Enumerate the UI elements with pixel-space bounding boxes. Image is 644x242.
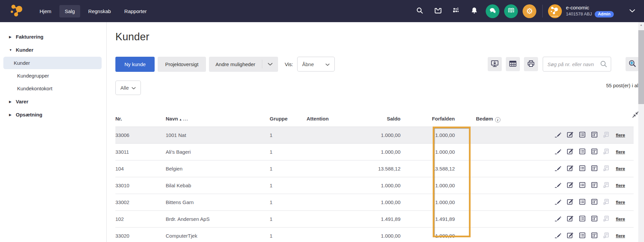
- company-avatar[interactable]: conomic: [548, 4, 562, 18]
- filter-row: Alle 55 post(er) i alt: [115, 81, 640, 95]
- sidebar-item-kundekontokort[interactable]: Kundekontokort: [3, 82, 102, 95]
- invoice-list-button[interactable]: [579, 232, 586, 240]
- header-attention[interactable]: Attention: [307, 116, 357, 127]
- edit-square-icon: [567, 131, 574, 139]
- flere-link[interactable]: flere: [616, 166, 625, 171]
- table-row[interactable]: 33010 Bilal Kebab 1 1.000,00 1.000,00: [115, 177, 634, 194]
- notifications-button[interactable]: [468, 4, 481, 18]
- column-options[interactable]: ...: [183, 116, 189, 122]
- search-input[interactable]: [543, 57, 611, 71]
- account-card-button[interactable]: [591, 232, 598, 240]
- header-bedom[interactable]: Bedømi: [471, 116, 504, 127]
- sidebar-group-fakturering[interactable]: ▶ Fakturering: [0, 30, 106, 43]
- quick-edit-button[interactable]: [555, 182, 561, 189]
- info-icon[interactable]: i: [495, 117, 500, 123]
- forfalden-value: 1.000,00: [435, 199, 455, 205]
- export-button[interactable]: [488, 57, 502, 71]
- group-filter-select[interactable]: Alle: [115, 81, 141, 95]
- customer-number: 33020: [115, 233, 129, 239]
- header-navn[interactable]: Navn▲...: [166, 116, 270, 127]
- table-row[interactable]: 102 Brdr. Andersen ApS 1 1.491,89 1.491,…: [115, 210, 634, 227]
- chevron-down-icon[interactable]: [262, 60, 278, 68]
- header-gruppe[interactable]: Gruppe: [270, 116, 307, 127]
- edit-form-button[interactable]: [567, 232, 574, 240]
- profile-info[interactable]: e-conomic 1401578 ABJ Admin: [566, 5, 614, 17]
- invoice-list-button[interactable]: [579, 182, 586, 189]
- invoice-list-button[interactable]: [579, 148, 586, 156]
- nav-hjem[interactable]: Hjem: [34, 5, 57, 17]
- quick-edit-button[interactable]: [555, 232, 561, 240]
- header-forfalden[interactable]: Forfalden: [400, 116, 471, 127]
- account-card-button[interactable]: [591, 148, 598, 156]
- inbox-button[interactable]: [431, 4, 445, 18]
- table-row[interactable]: 33002 Bittens Garn 1 1.000,00 1.000,00: [115, 194, 634, 210]
- nav-salg[interactable]: Salg: [59, 5, 80, 17]
- profile-company: e-conomic: [566, 5, 614, 11]
- apps-button[interactable]: [449, 4, 463, 18]
- table-row[interactable]: 33020 ComputerTjek 1 1.000,00 1.000,00: [115, 227, 634, 242]
- flere-link[interactable]: flere: [616, 216, 625, 222]
- quick-edit-button[interactable]: [555, 165, 561, 173]
- vis-select[interactable]: Åbne: [297, 57, 335, 71]
- nav-regnskab[interactable]: Regnskab: [83, 5, 116, 17]
- print-button[interactable]: [524, 57, 538, 71]
- other-options-button[interactable]: Andre muligheder: [209, 57, 278, 72]
- quick-edit-button[interactable]: [555, 148, 561, 156]
- flere-link[interactable]: flere: [616, 233, 625, 238]
- invoice-list-button[interactable]: [579, 215, 586, 223]
- flere-link[interactable]: flere: [616, 200, 625, 205]
- invoice-list-button[interactable]: [579, 165, 586, 173]
- customer-name: Brdr. Andersen ApS: [166, 216, 210, 222]
- customer-name: Bittens Garn: [166, 199, 194, 205]
- saldo-value: 13.588,12: [378, 166, 400, 172]
- edit-form-button[interactable]: [567, 148, 574, 156]
- invoice-list-button[interactable]: [579, 198, 586, 206]
- sidebar-group-kunder[interactable]: ▼ Kunder: [0, 43, 106, 56]
- table-row[interactable]: 33006 1001 Nat 1 1.000,00 1.000,00: [115, 127, 634, 143]
- e-conomic-logo-icon[interactable]: [9, 3, 25, 19]
- quick-edit-button[interactable]: [555, 215, 561, 223]
- settings-button[interactable]: ⚙: [523, 4, 536, 18]
- nav-rapporter[interactable]: Rapporter: [119, 5, 152, 17]
- help-book-button[interactable]: [504, 4, 518, 18]
- column-setup-button[interactable]: [506, 57, 520, 71]
- sidebar-group-opsaetning[interactable]: ▶ Opsætning: [0, 108, 106, 121]
- table-row[interactable]: 104 Belgien 1 13.588,12 13.588,12: [115, 160, 634, 177]
- account-card-button[interactable]: [591, 198, 598, 206]
- edit-form-button[interactable]: [567, 215, 574, 223]
- support-chat-button[interactable]: [486, 4, 499, 18]
- sidebar-item-kunder[interactable]: Kunder: [3, 57, 102, 69]
- account-card-button[interactable]: [591, 131, 598, 139]
- edit-form-button[interactable]: [567, 198, 574, 206]
- account-card-button[interactable]: [591, 182, 598, 189]
- account-card-button[interactable]: [591, 215, 598, 223]
- profile-menu-button[interactable]: [629, 9, 635, 14]
- card-columns-icon: [591, 215, 598, 223]
- quick-edit-button[interactable]: [555, 131, 561, 139]
- header-nr[interactable]: Nr.: [115, 116, 166, 127]
- scrollbar-thumb[interactable]: [638, 30, 644, 104]
- project-overview-button[interactable]: Projektoversigt: [158, 57, 206, 72]
- invoice-list-button[interactable]: [579, 131, 586, 139]
- saldo-value: 1.000,00: [381, 199, 400, 205]
- quick-edit-button[interactable]: [555, 198, 561, 206]
- flere-link[interactable]: flere: [616, 183, 625, 188]
- account-card-button[interactable]: [591, 165, 598, 173]
- document-lines-icon: [579, 165, 586, 173]
- new-customer-button[interactable]: Ny kunde: [115, 57, 155, 72]
- edit-square-icon: [567, 215, 574, 223]
- sidebar-group-varer[interactable]: ▶ Varer: [0, 95, 106, 108]
- flere-link[interactable]: flere: [616, 133, 625, 138]
- collapse-view-button[interactable]: [632, 111, 639, 119]
- scroll-up-button[interactable]: ▲: [638, 22, 644, 28]
- edit-form-button[interactable]: [567, 182, 574, 189]
- sidebar-item-kundegrupper[interactable]: Kundegrupper: [3, 69, 102, 82]
- edit-form-button[interactable]: [567, 131, 574, 139]
- flere-link[interactable]: flere: [616, 149, 625, 154]
- edit-form-button[interactable]: [567, 165, 574, 173]
- table-row[interactable]: 33011 Ali's Bageri 1 1.000,00 1.000,00: [115, 143, 634, 160]
- header-saldo[interactable]: Saldo: [357, 116, 400, 127]
- recurring-invoice-button-disabled: [603, 182, 610, 189]
- search-button[interactable]: [413, 4, 427, 18]
- advanced-search-button[interactable]: [626, 57, 640, 71]
